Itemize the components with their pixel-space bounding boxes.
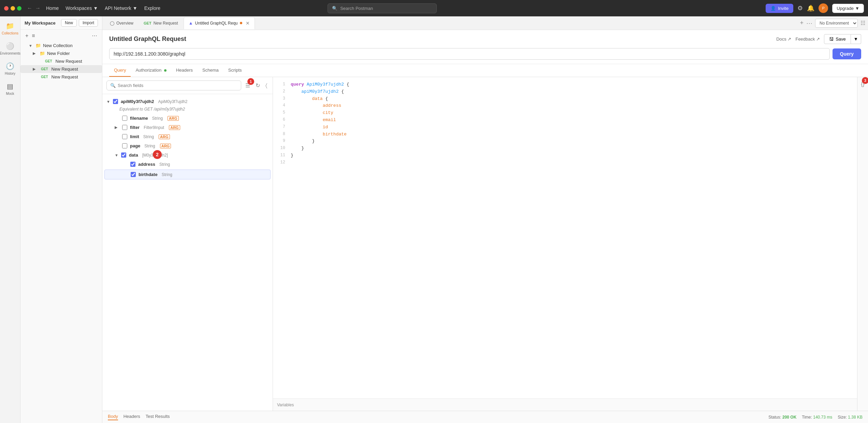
tab-headers-bottom[interactable]: Headers: [124, 414, 140, 420]
list-item[interactable]: GET New Request: [20, 73, 102, 81]
field-checkbox-birthdate[interactable]: [131, 172, 136, 177]
tab-label: New Request: [154, 21, 178, 26]
tab-graphql-request[interactable]: ▲ Untitled GraphQL Requ ✕: [184, 17, 255, 29]
back-arrow[interactable]: ←: [27, 5, 32, 11]
tab-query[interactable]: Query: [109, 64, 131, 77]
tab-body[interactable]: Body: [108, 414, 118, 420]
search-input-wrap[interactable]: 🔍 Search Postman: [328, 3, 437, 13]
chevron-down-icon: ▼: [115, 153, 118, 157]
collection-item[interactable]: ▼ 📁 New Collection: [20, 42, 102, 49]
auth-dot: [164, 69, 167, 72]
field-checkbox-filter[interactable]: [122, 125, 127, 130]
request-name: New Request: [56, 59, 82, 64]
chevron-right-icon: ▶: [33, 67, 38, 71]
workspace-actions: New Import: [61, 19, 98, 27]
top-actions: 👤 Invite ⚙ 🔔 P Upgrade ▼: [766, 3, 864, 13]
variables-label[interactable]: Variables: [277, 403, 294, 407]
chevron-down-icon: ▼: [855, 6, 859, 11]
code-line: 6 email: [273, 117, 857, 124]
list-item[interactable]: ▶ GET New Request: [20, 65, 102, 73]
field-group-header[interactable]: ▼ apiM0y3f7ujdh2 ApiM0y3f7ujdh2: [102, 97, 273, 106]
more-tabs-button[interactable]: ⋯: [806, 19, 812, 27]
code-line: 1 query ApiM0y3f7ujdh2 {: [273, 81, 857, 88]
settings-icon[interactable]: ⚙: [797, 4, 803, 12]
field-item-birthdate[interactable]: birthdate String: [104, 170, 271, 179]
folder-name: New Folder: [47, 51, 70, 56]
badge3-container: {} 3: [859, 80, 866, 89]
code-line: 9 }: [273, 138, 857, 145]
minimize-button[interactable]: [11, 6, 15, 11]
avatar[interactable]: P: [819, 3, 828, 13]
url-input[interactable]: [109, 48, 830, 60]
invite-button[interactable]: 👤 Invite: [766, 4, 793, 13]
import-button[interactable]: Import: [79, 19, 98, 27]
nav-api-network[interactable]: API Network ▼: [105, 5, 138, 11]
tab-authorization[interactable]: Authorization: [131, 64, 171, 77]
tab-label: Untitled GraphQL Requ: [195, 21, 238, 26]
close-button[interactable]: [4, 6, 9, 11]
tab-overview[interactable]: ◯ Overview: [105, 17, 138, 29]
field-item-limit[interactable]: limit String ARG: [102, 132, 273, 141]
sidebar-item-environments[interactable]: ⚪ Environments: [1, 39, 19, 58]
upgrade-button[interactable]: Upgrade ▼: [832, 4, 864, 13]
environment-select[interactable]: No Environment: [815, 19, 858, 28]
sidebar-toolbar-left: + ≡: [25, 32, 36, 40]
save-button[interactable]: 🖫 Save: [824, 34, 851, 44]
tab-schema[interactable]: Schema: [198, 64, 223, 77]
sidebar-item-collections[interactable]: 📁 Collections: [1, 19, 19, 38]
tab-test-results[interactable]: Test Results: [146, 414, 170, 420]
bottom-bar: Body Headers Test Results Status: 200 OK…: [102, 411, 868, 423]
collapse-button[interactable]: 〈: [264, 81, 269, 90]
top-bar: ← → Home Workspaces ▼ API Network ▼ Expl…: [0, 0, 868, 16]
new-button[interactable]: New: [61, 19, 77, 27]
field-checkbox-limit[interactable]: [122, 134, 127, 139]
nav-home[interactable]: Home: [46, 5, 59, 11]
close-icon[interactable]: ✕: [246, 20, 250, 26]
feedback-link[interactable]: Feedback ↗: [795, 37, 820, 42]
add-collection-button[interactable]: +: [25, 32, 29, 40]
bell-icon[interactable]: 🔔: [807, 4, 814, 12]
field-item-filter[interactable]: ▶ filter Filter9Input ARG: [102, 123, 273, 132]
forward-arrow[interactable]: →: [35, 5, 41, 11]
list-item[interactable]: GET New Request: [20, 57, 102, 65]
folder-item[interactable]: ▶ 📁 New Folder: [20, 49, 102, 57]
sidebar-item-history[interactable]: 🕐 History: [1, 59, 19, 78]
docs-link[interactable]: Docs ↗: [776, 37, 791, 42]
nav-explore[interactable]: Explore: [144, 5, 160, 11]
query-button[interactable]: Query: [833, 48, 861, 59]
field-checkbox-page[interactable]: [122, 143, 127, 148]
field-group-header-data[interactable]: ▼ data [M0y3f7ujdh2]: [102, 150, 273, 160]
sidebar-item-mock[interactable]: ▤ Mock: [1, 79, 19, 98]
tab-scripts[interactable]: Scripts: [223, 64, 247, 77]
field-name-filename: filename: [130, 116, 148, 121]
field-item-address[interactable]: address String: [102, 160, 273, 169]
request-title-row: Untitled GraphQL Request Docs ↗ Feedback…: [109, 34, 861, 44]
workspace-name: My Workspace: [25, 20, 56, 26]
code-editor[interactable]: 1 query ApiM0y3f7ujdh2 { 2 apiM0y3f7ujdh…: [273, 77, 857, 398]
search-fields-input[interactable]: [118, 83, 237, 88]
field-item-page[interactable]: page String ARG: [102, 141, 273, 150]
group-checkbox[interactable]: [113, 99, 118, 104]
badge-1: 1: [247, 78, 254, 85]
maximize-button[interactable]: [17, 6, 21, 11]
url-bar: Query: [109, 48, 861, 60]
more-options-button[interactable]: ⋯: [91, 32, 98, 40]
field-checkbox-filename[interactable]: [122, 116, 127, 121]
top-nav: Home Workspaces ▼ API Network ▼ Explore: [46, 5, 160, 11]
badge1-container: ☰ 1: [244, 81, 251, 90]
refresh-button[interactable]: ↻: [254, 81, 261, 90]
field-checkbox-data[interactable]: [121, 152, 126, 158]
tab-new-request[interactable]: GET New Request: [139, 17, 183, 29]
field-checkbox-address[interactable]: [130, 162, 135, 167]
folder-icon: 📁: [40, 51, 45, 56]
field-item-filename[interactable]: filename String ARG: [102, 114, 273, 123]
tab-headers[interactable]: Headers: [171, 64, 198, 77]
add-tab-button[interactable]: +: [800, 19, 804, 27]
save-dropdown-button[interactable]: ▼: [851, 34, 861, 44]
grid-icon[interactable]: ☷: [860, 20, 865, 26]
save-button-group: 🖫 Save ▼: [824, 34, 861, 44]
filter-button[interactable]: ≡: [31, 32, 35, 40]
tab-label: Overview: [116, 21, 133, 26]
query-tabs: Query Authorization Headers Schema Scrip…: [102, 64, 868, 77]
nav-workspaces[interactable]: Workspaces ▼: [66, 5, 98, 11]
